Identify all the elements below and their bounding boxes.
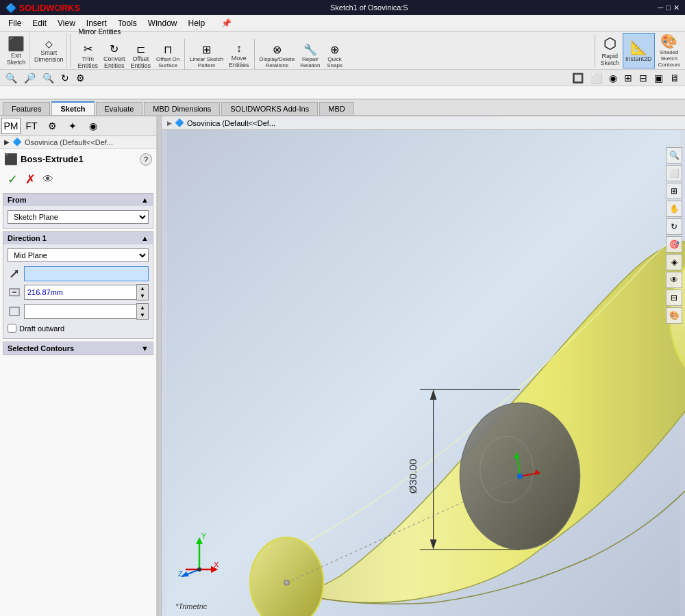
draft-outward-checkbox[interactable] [8,324,16,333]
vp-btn-8[interactable]: 👁 [666,272,682,288]
from-collapse-icon: ▲ [141,196,149,204]
model-area[interactable]: Ø30.00 [162,130,685,616]
tab-solidworks-addins[interactable]: SOLIDWORKS Add-Ins [221,102,318,115]
rotate-icon[interactable]: ↻ [58,72,72,84]
rapid-sketch-button[interactable]: ⬡ RapidSketch [598,33,621,68]
display-icon-4[interactable]: ⊞ [621,72,635,84]
vp-btn-9[interactable]: ⊟ [666,290,682,306]
linear-sketch-button[interactable]: ⊞ Linear SketchPattern [188,38,225,73]
close-btn[interactable]: ✕ [673,3,680,12]
from-section-header[interactable]: From ▲ [3,194,153,206]
model-icon-vp: 🔷 [175,118,184,127]
offset-surface-button[interactable]: ⊓ Offset OnSurface [154,38,182,73]
property-manager: ⬛ Boss-Extrude1 ? ✓ ✗ 👁 From ▲ [0,149,156,616]
selected-contours-label: Selected Contours [8,344,74,352]
toolbar: ⬛ ExitSketch ◇ SmartDimension Mirror Ent… [0,31,685,100]
vp-btn-5[interactable]: ↻ [666,218,682,235]
model-svg: Ø30.00 [162,130,685,616]
display-icon-1[interactable]: 🔲 [569,72,586,84]
pm-help-icon[interactable]: ? [140,153,152,166]
offset-surface-icon: ⊓ [164,43,172,56]
convert-entities-button[interactable]: ↻ ConvertEntities [101,38,127,73]
instant2d-button[interactable]: 📐 Instant2D [623,33,655,68]
repair-relations-button[interactable]: 🔧 RepairRelation [298,38,322,73]
trimetric-label: *Trimetric [175,602,207,611]
second-spin-down[interactable]: ▼ [137,311,148,319]
exit-sketch-button[interactable]: ⬛ ExitSketch [3,33,30,68]
minimize-btn[interactable]: ─ [658,3,664,12]
svg-point-34 [197,567,201,572]
expand-arrow-vp: ▶ [167,120,172,127]
shaded-sketch-button[interactable]: 🎨 ShadedSketchContours [656,33,682,68]
from-dropdown[interactable]: Sketch Plane Surface/Face/Plane Vertex O… [8,210,149,224]
title-bar: 🔷 SOLIDWORKS Sketch1 of Osovinica:S ─ □ … [0,0,685,15]
search-icon-2[interactable]: 🔎 [21,72,38,84]
vp-btn-1[interactable]: 🔍 [666,147,682,164]
vp-btn-3[interactable]: ⊞ [666,183,682,199]
panel-tab-display[interactable]: ◉ [84,118,103,134]
second-value-row: ▲ ▼ [8,303,149,320]
pm-ok-button[interactable]: ✓ [5,172,19,186]
settings-icon[interactable]: ⚙ [73,72,88,84]
direction1-label: Direction 1 [8,234,47,242]
direction1-depth-input[interactable] [24,266,149,281]
mirror-entities-label: Mirror Entities [76,27,124,36]
panel-icon-tabs: PM FT ⚙ ✦ ◉ [0,116,156,136]
trim-icon: ✂ [84,42,92,55]
panel-tab-ft[interactable]: FT [22,118,41,134]
direction-arrow-row [8,266,149,281]
second-value-input[interactable] [24,304,136,319]
direction1-section-header[interactable]: Direction 1 ▲ [3,232,153,244]
trim-entities-button[interactable]: ✂ TrimEntities [76,38,101,73]
display-icon-7[interactable]: 🖥 [667,72,682,84]
tab-features[interactable]: Features [3,102,50,115]
vp-btn-2[interactable]: ⬜ [666,165,682,181]
tab-evaluate[interactable]: Evaluate [96,102,143,115]
tab-bar: Features Sketch Evaluate MBD Dimensions … [0,100,685,116]
depth-spin-up[interactable]: ▲ [137,285,148,292]
vp-btn-10[interactable]: 🎨 [666,307,682,324]
quick-snaps-button[interactable]: ⊕ QuickSnaps [324,38,346,73]
pm-cancel-button[interactable]: ✗ [23,172,37,186]
panel-tab-dim[interactable]: ✦ [63,118,82,134]
rapid-sketch-icon: ⬡ [603,35,616,53]
pm-title-text: Boss-Extrude1 [21,154,84,164]
pm-feature-icon: ⬛ [4,153,18,166]
offset-entities-button[interactable]: ⊏ OffsetEntities [129,38,153,73]
tab-mbd-dimensions[interactable]: MBD Dimensions [144,102,220,115]
move-entities-button[interactable]: ↕ MoveEntities [227,38,251,73]
display-delete-button[interactable]: ⊗ Display/DeleteRelations [258,38,297,73]
vp-btn-7[interactable]: ◈ [666,254,682,270]
search-icon-1[interactable]: 🔍 [3,72,20,84]
menu-file[interactable]: File [3,17,27,29]
tab-sketch[interactable]: Sketch [51,101,94,115]
maximize-btn[interactable]: □ [666,3,671,12]
svg-text:X: X [214,561,219,569]
pm-title: ⬛ Boss-Extrude1 [4,153,84,166]
display-icon-6[interactable]: ▣ [651,72,666,84]
second-icon [8,305,21,318]
separator-2 [184,39,185,72]
selected-contours-header[interactable]: Selected Contours ▼ [3,342,153,355]
search-icon-3[interactable]: 🔍 [40,72,57,84]
second-spin-up[interactable]: ▲ [137,304,148,311]
tab-mbd[interactable]: MBD [319,102,353,115]
vp-btn-4[interactable]: ✋ [666,201,682,217]
pm-preview-button[interactable]: 👁 [41,172,55,186]
panel-tab-pm[interactable]: PM [1,118,21,134]
separator-3 [254,39,255,72]
depth-spin-down[interactable]: ▼ [137,292,148,300]
vp-btn-6[interactable]: 🎯 [666,236,682,253]
display-icon-2[interactable]: ⬜ [588,72,605,84]
viewport-header: ▶ 🔷 Osovinica (Default<<Def... [162,116,685,130]
display-icon-3[interactable]: ◉ [606,72,620,84]
viewport[interactable]: ▶ 🔷 Osovinica (Default<<Def... [162,116,685,616]
panel-tab-config[interactable]: ⚙ [42,118,62,134]
second-input-group: ▲ ▼ [24,303,149,320]
display-icon-5[interactable]: ⊟ [636,72,650,84]
depth-value-input[interactable]: 216.87mm [24,285,136,300]
instant2d-icon: 📐 [630,39,647,55]
smart-dimension-button[interactable]: ◇ SmartDimension [32,33,67,68]
direction1-dropdown[interactable]: Blind Through All Mid Plane [8,248,149,262]
menu-edit[interactable]: Edit [27,17,52,29]
